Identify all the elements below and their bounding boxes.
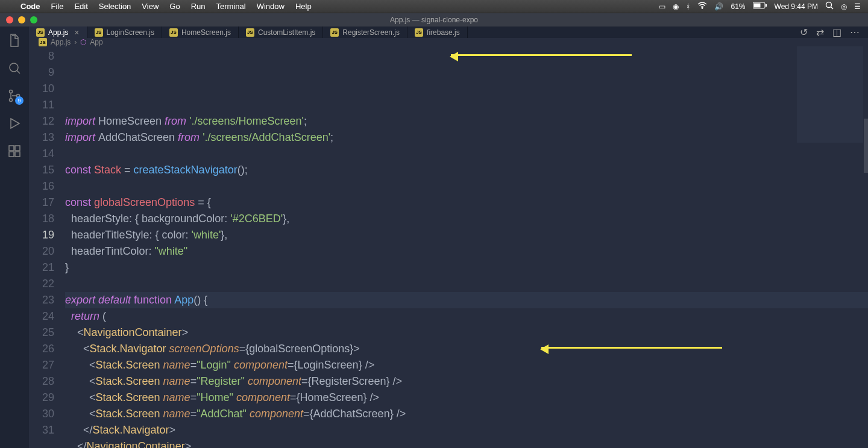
bluetooth-icon[interactable]: ᚼ: [686, 2, 690, 11]
code-line[interactable]: [65, 146, 868, 162]
code-line[interactable]: headerTitleStyle: { color: 'white'},: [65, 227, 868, 243]
timeline-icon[interactable]: ↺: [800, 26, 808, 38]
minimize-window-button[interactable]: [18, 16, 25, 23]
menu-window[interactable]: Window: [257, 2, 285, 11]
menu-file[interactable]: File: [51, 2, 64, 11]
app-name[interactable]: Code: [20, 2, 40, 11]
line-number[interactable]: 22: [29, 276, 54, 292]
run-debug-icon[interactable]: [7, 116, 22, 131]
menu-view[interactable]: View: [142, 2, 159, 11]
line-number[interactable]: 20: [29, 243, 54, 260]
tab-file[interactable]: JSRegisterScreen.js: [323, 26, 407, 38]
code-line[interactable]: </Stack.Navigator>: [65, 422, 868, 438]
menu-selection[interactable]: Selection: [99, 2, 131, 11]
code-line[interactable]: <Stack.Screen name="AddChat" component={…: [65, 406, 868, 422]
code-line[interactable]: headerStyle: { backgroundColor: '#2C6BED…: [65, 211, 868, 227]
line-number[interactable]: 18: [29, 211, 54, 227]
source-control-icon[interactable]: 9: [7, 88, 22, 104]
shield-icon[interactable]: ◉: [673, 2, 679, 11]
code-line[interactable]: <Stack.Navigator screenOptions={globalSc…: [65, 341, 868, 357]
line-number[interactable]: 31: [29, 422, 54, 438]
line-number[interactable]: 9: [29, 64, 54, 81]
screen-icon[interactable]: ▭: [659, 2, 665, 11]
annotation-arrow-2: [541, 347, 722, 349]
spotlight-icon[interactable]: [825, 1, 834, 11]
code-line[interactable]: const globalScreenOptions = {: [65, 194, 868, 211]
menu-terminal[interactable]: Terminal: [216, 2, 246, 11]
line-number[interactable]: 25: [29, 325, 54, 341]
line-number[interactable]: 16: [29, 178, 54, 194]
line-number[interactable]: 30: [29, 406, 54, 422]
clock[interactable]: Wed 9:44 PM: [775, 2, 818, 11]
line-number[interactable]: 11: [29, 97, 54, 113]
close-tab-icon[interactable]: ×: [74, 28, 79, 37]
line-number[interactable]: 21: [29, 260, 54, 276]
editor-tabs: JSApp.js×JSLoginScreen.jsJSHomeScreen.js…: [29, 26, 868, 38]
line-number[interactable]: 28: [29, 373, 54, 390]
menu-help[interactable]: Help: [295, 2, 312, 11]
explorer-icon[interactable]: [7, 33, 22, 48]
line-number[interactable]: 27: [29, 357, 54, 373]
line-number[interactable]: 23: [29, 292, 54, 308]
line-number[interactable]: 14: [29, 146, 54, 162]
code-line[interactable]: export default function App() {: [65, 292, 868, 308]
code-line[interactable]: headerTintColor: "white": [65, 243, 868, 260]
code-line[interactable]: <Stack.Screen name="Login" component={Lo…: [65, 357, 868, 373]
menu-go[interactable]: Go: [169, 2, 180, 11]
breadcrumb-file[interactable]: App.js: [51, 38, 71, 46]
zoom-window-button[interactable]: [30, 16, 37, 23]
tab-file[interactable]: JSfirebase.js: [407, 26, 468, 38]
menu-edit[interactable]: Edit: [74, 2, 87, 11]
line-number[interactable]: 12: [29, 113, 54, 129]
control-center-icon[interactable]: ☰: [854, 2, 861, 11]
line-number[interactable]: 8: [29, 48, 54, 64]
code-line[interactable]: import HomeScreen from './screens/HomeSc…: [65, 113, 868, 129]
code-line[interactable]: [65, 276, 868, 292]
js-file-icon: JS: [415, 28, 423, 37]
tab-label: RegisterScreen.js: [342, 28, 400, 37]
tab-file[interactable]: JSHomeScreen.js: [162, 26, 239, 38]
extensions-icon[interactable]: [7, 143, 22, 159]
more-actions-icon[interactable]: ⋯: [850, 26, 860, 38]
menu-run[interactable]: Run: [191, 2, 206, 11]
code-line[interactable]: return (: [65, 308, 868, 325]
siri-icon[interactable]: ◎: [841, 2, 847, 11]
breadcrumb[interactable]: JS App.js › ⬡ App: [29, 38, 868, 46]
compare-icon[interactable]: ⇄: [816, 26, 824, 38]
line-number[interactable]: 15: [29, 162, 54, 178]
code-line[interactable]: [65, 178, 868, 194]
tab-file[interactable]: JSCustomListItem.js: [239, 26, 323, 38]
search-icon[interactable]: [7, 60, 22, 76]
code-line[interactable]: }: [65, 260, 868, 276]
battery-icon[interactable]: [753, 2, 767, 11]
code-line[interactable]: import AddChatScreen from './screens/Add…: [65, 129, 868, 146]
svg-point-0: [702, 8, 703, 8]
code-line[interactable]: const Stack = createStackNavigator();: [65, 162, 868, 178]
wifi-icon[interactable]: [697, 2, 707, 11]
code-editor[interactable]: 8910111213141516171819202122232425262728…: [29, 46, 868, 448]
window-title: App.js — signal-clone-expo: [390, 16, 478, 24]
code-line[interactable]: <Stack.Screen name="Register" component=…: [65, 373, 868, 390]
line-number[interactable]: 10: [29, 81, 54, 97]
tab-label: CustomListItem.js: [258, 28, 315, 37]
js-file-icon: JS: [330, 28, 339, 37]
code-line[interactable]: <Stack.Screen name="Home" component={Hom…: [65, 390, 868, 406]
split-editor-icon[interactable]: ◫: [832, 26, 841, 38]
svg-rect-12: [15, 152, 20, 157]
line-number[interactable]: 13: [29, 129, 54, 146]
tab-file[interactable]: JSApp.js×: [29, 26, 87, 38]
line-number[interactable]: 26: [29, 341, 54, 357]
code-line[interactable]: <NavigationContainer>: [65, 325, 868, 341]
tab-label: App.js: [48, 28, 68, 37]
volume-icon[interactable]: 🔊: [714, 2, 723, 11]
line-number[interactable]: 24: [29, 308, 54, 325]
line-number[interactable]: 29: [29, 390, 54, 406]
line-number[interactable]: 19: [29, 227, 54, 243]
tab-file[interactable]: JSLoginScreen.js: [87, 26, 162, 38]
scrollbar[interactable]: [864, 46, 868, 448]
breadcrumb-symbol[interactable]: App: [90, 38, 102, 46]
svg-point-6: [10, 90, 13, 93]
code-line[interactable]: </NavigationContainer>: [65, 438, 868, 448]
line-number[interactable]: 17: [29, 194, 54, 211]
close-window-button[interactable]: [6, 16, 13, 23]
